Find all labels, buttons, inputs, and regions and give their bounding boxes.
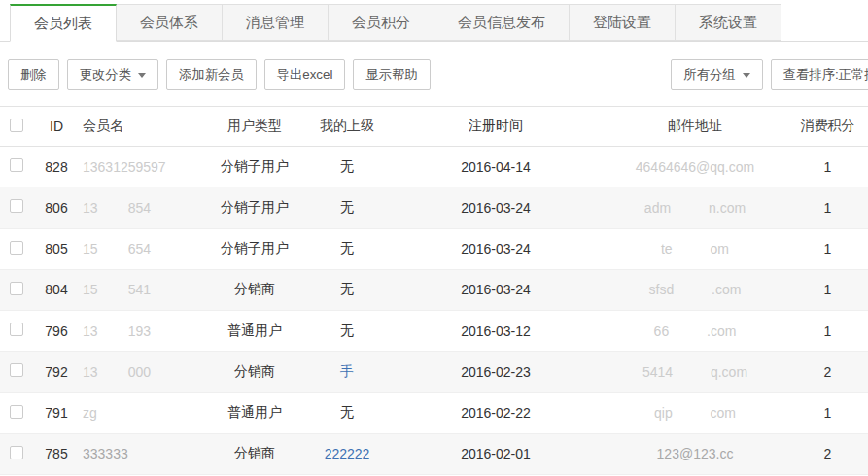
show-help-button[interactable]: 显示帮助 [353, 59, 430, 90]
member-id: 828 [35, 159, 78, 175]
member-name: 333333 [78, 446, 204, 461]
member-row: 806 13 854 分销子用户 无 2016-03-24 adm n.com … [0, 187, 868, 228]
register-date: 2016-04-14 [389, 159, 603, 175]
toolbar: 删除 更改分类 添加新会员 导出excel 显示帮助 所有分组 查看排序:正常排… [0, 42, 868, 106]
member-id: 805 [35, 241, 78, 256]
col-header-upline: 我的上级 [305, 118, 389, 135]
select-all-checkbox[interactable] [10, 119, 23, 132]
member-id: 806 [35, 200, 78, 216]
tab-login-settings[interactable]: 登陆设置 [570, 4, 676, 41]
user-type: 分销商 [204, 445, 305, 462]
upline: 无 [305, 323, 389, 340]
points: 1 [787, 159, 868, 175]
col-header-email: 邮件地址 [603, 118, 787, 135]
member-row: 796 13 193 普通用户 无 2016-03-12 66 .com 1 [0, 311, 868, 352]
row-checkbox-cell [0, 199, 35, 216]
member-id: 791 [35, 405, 78, 421]
points: 1 [787, 323, 868, 339]
col-header-name: 会员名 [78, 118, 204, 135]
user-type: 普通用户 [204, 404, 305, 422]
tab-system-settings[interactable]: 系统设置 [676, 4, 781, 41]
row-checkbox-cell [0, 323, 35, 339]
points: 1 [787, 241, 868, 256]
row-checkbox[interactable] [10, 241, 23, 255]
email: 123@123.cc [603, 446, 787, 461]
add-member-button[interactable]: 添加新会员 [166, 59, 257, 90]
member-id: 792 [35, 364, 78, 380]
email: 66 .com [603, 323, 787, 339]
upline: 无 [305, 404, 389, 422]
row-checkbox[interactable] [10, 282, 23, 295]
col-header-date: 注册时间 [389, 118, 603, 135]
member-name: 15 654 [78, 241, 204, 256]
member-row: 792 13 000 分销商 手 2016-02-23 5414 q.com 2 [0, 352, 868, 392]
member-id: 804 [35, 282, 78, 297]
register-date: 2016-02-01 [389, 446, 603, 461]
upline-link[interactable]: 222222 [305, 446, 389, 461]
row-checkbox-cell [0, 158, 35, 175]
upline-link[interactable]: 手 [305, 363, 389, 381]
tab-member-points[interactable]: 会员积分 [329, 4, 434, 41]
export-excel-button[interactable]: 导出excel [264, 59, 346, 90]
member-name: 13 854 [78, 200, 204, 216]
all-groups-dropdown[interactable]: 所有分组 [671, 59, 762, 90]
row-checkbox[interactable] [10, 158, 23, 172]
member-name: 13 000 [78, 364, 204, 380]
col-header-points: 消费积分 [787, 118, 868, 135]
member-id: 796 [35, 323, 78, 339]
all-groups-label: 所有分组 [683, 66, 735, 84]
register-date: 2016-03-24 [389, 200, 603, 216]
member-name: 13631259597 [78, 159, 204, 175]
points: 1 [787, 200, 868, 216]
row-checkbox-cell [0, 241, 35, 257]
points: 2 [787, 364, 868, 380]
email: te om [603, 241, 787, 256]
member-admin-page: 会员列表 会员体系 消息管理 会员积分 会员信息发布 登陆设置 系统设置 删除 … [0, 0, 868, 476]
user-type: 普通用户 [204, 323, 305, 340]
caret-down-icon [743, 73, 750, 78]
upline: 无 [305, 240, 389, 257]
col-header-id: ID [35, 119, 78, 134]
email: 46464646@qq.com [603, 159, 787, 175]
select-all-checkbox-cell [0, 119, 35, 135]
register-date: 2016-02-22 [389, 405, 603, 421]
email: 5414 q.com [603, 364, 787, 380]
row-checkbox[interactable] [10, 405, 23, 419]
user-type: 分销商 [204, 281, 305, 298]
row-checkbox[interactable] [10, 199, 23, 213]
upline: 无 [305, 199, 389, 217]
member-name: 15 541 [78, 282, 204, 297]
user-type: 分销子用户 [204, 240, 305, 257]
member-name: zg [78, 405, 204, 421]
member-row: 785 333333 分销商 222222 2016-02-01 123@123… [0, 434, 868, 475]
member-id: 785 [35, 446, 78, 461]
tab-member-list[interactable]: 会员列表 [10, 4, 117, 42]
email: qip com [603, 405, 787, 421]
user-type: 分销子用户 [204, 199, 305, 217]
sort-order-button[interactable]: 查看排序:正常排序 [771, 59, 868, 90]
points: 1 [787, 282, 868, 297]
email: adm n.com [603, 200, 787, 216]
upline: 无 [305, 281, 389, 298]
col-header-type: 用户类型 [204, 118, 305, 135]
row-checkbox[interactable] [10, 323, 23, 336]
tab-message-management[interactable]: 消息管理 [223, 4, 329, 41]
tab-member-system[interactable]: 会员体系 [117, 4, 223, 41]
tab-bar: 会员列表 会员体系 消息管理 会员积分 会员信息发布 登陆设置 系统设置 [0, 0, 868, 42]
row-checkbox[interactable] [10, 446, 23, 459]
change-category-button[interactable]: 更改分类 [67, 59, 158, 90]
register-date: 2016-03-24 [389, 282, 603, 297]
row-checkbox-cell [0, 363, 35, 380]
row-checkbox-cell [0, 282, 35, 298]
row-checkbox-cell [0, 446, 35, 462]
tab-member-info-publish[interactable]: 会员信息发布 [434, 4, 570, 41]
register-date: 2016-03-12 [389, 323, 603, 339]
upline: 无 [305, 158, 389, 176]
toolbar-right-group: 所有分组 查看排序:正常排序 [671, 59, 868, 90]
user-type: 分销子用户 [204, 158, 305, 176]
email: sfsd .com [603, 282, 787, 297]
row-checkbox[interactable] [10, 363, 23, 377]
row-checkbox-cell [0, 405, 35, 422]
delete-button[interactable]: 删除 [8, 59, 59, 90]
member-row: 791 zg 普通用户 无 2016-02-22 qip com 1 [0, 393, 868, 434]
